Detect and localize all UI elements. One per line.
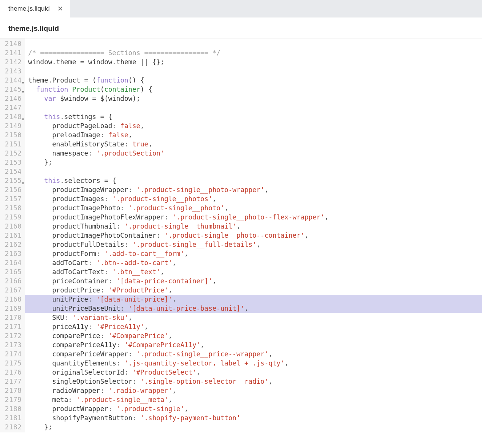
code-line[interactable]: productPageLoad: false, — [28, 121, 482, 130]
line-number: 2140 — [2, 39, 22, 48]
code-line[interactable]: productPrice: '#ProductPrice', — [28, 286, 482, 295]
code-line[interactable]: productImagePhoto: '.product-single__pho… — [28, 203, 482, 213]
code-line[interactable]: var $window = $(window); — [28, 94, 482, 103]
code-line[interactable]: addToCartText: '.btn__text', — [28, 267, 482, 276]
code-token: : — [116, 359, 121, 367]
line-number: 2142 — [2, 57, 22, 67]
code-token: , — [236, 222, 241, 230]
code-line[interactable]: productForm: '.add-to-cart__form', — [28, 249, 482, 258]
code-line[interactable]: productThumbnail: '.product-single__thum… — [28, 222, 482, 231]
code-token: addToCartText — [28, 268, 104, 276]
code-token: preloadImage — [28, 131, 100, 139]
code-line[interactable]: function Product(container) { — [28, 85, 482, 94]
fold-toggle-icon[interactable]: ▼ — [22, 87, 24, 97]
code-editor[interactable]: 21402141214221432144▼2145▼214621472148▼2… — [0, 38, 482, 432]
code-line[interactable]: productImagePhotoContainer: '.product-si… — [28, 231, 482, 240]
code-line[interactable]: productFullDetails: '.product-single__fu… — [28, 240, 482, 249]
code-line[interactable]: window.theme = window.theme || {}; — [28, 57, 482, 67]
code-token — [136, 58, 141, 66]
code-token: $window — [56, 95, 92, 102]
code-line[interactable] — [28, 103, 482, 112]
code-token: productImages — [28, 195, 104, 203]
code-token — [108, 195, 113, 203]
code-token: productPageLoad — [28, 122, 112, 130]
code-line[interactable]: unitPrice: '[data-unit-price]', — [25, 295, 482, 304]
code-line[interactable]: /* ================ Sections ===========… — [28, 48, 482, 57]
code-area[interactable]: /* ================ Sections ===========… — [25, 38, 482, 432]
code-token: }; — [28, 423, 52, 431]
code-token: : — [96, 250, 100, 257]
code-token — [112, 277, 116, 285]
code-token: () { — [128, 76, 144, 84]
code-token: , — [172, 259, 176, 267]
code-line[interactable]: comparePriceA11y: '#ComparePriceA11y', — [28, 340, 482, 350]
code-token: '.btn--add-to-cart' — [96, 259, 172, 267]
code-token: : — [88, 259, 92, 267]
line-number: 2145▼ — [2, 85, 22, 94]
code-line[interactable]: }; — [28, 423, 482, 432]
code-token: '[data-unit-price-base-unit]' — [128, 305, 244, 312]
code-line[interactable]: SKU: '.variant-sku', — [28, 313, 482, 322]
code-token: '#ComparePriceA11y' — [124, 341, 200, 349]
code-token: , — [197, 369, 201, 376]
code-line[interactable]: this.selectors = { — [28, 176, 482, 185]
code-token — [92, 295, 97, 303]
code-token: window — [28, 58, 52, 66]
page-title: theme.js.liquid — [8, 24, 59, 32]
code-token: : — [124, 241, 128, 248]
code-line[interactable]: unitPriceBaseUnit: '[data-unit-price-bas… — [25, 304, 482, 313]
code-line[interactable]: singleOptionSelector: '.single-option-se… — [28, 377, 482, 386]
code-line[interactable]: theme.Product = (function() { — [28, 76, 482, 85]
code-line[interactable]: productImageWrapper: '.product-single__p… — [28, 185, 482, 194]
code-token: priceContainer — [28, 277, 108, 285]
code-line[interactable]: comparePriceWrapper: '.product-single__p… — [28, 350, 482, 359]
code-line[interactable] — [28, 67, 482, 76]
code-line[interactable]: comparePrice: '#ComparePrice', — [28, 331, 482, 340]
code-line[interactable]: productImagePhotoFlexWrapper: '.product-… — [28, 213, 482, 222]
code-line[interactable]: preloadImage: false, — [28, 130, 482, 140]
code-line[interactable]: }; — [28, 158, 482, 167]
code-token: : — [100, 286, 105, 294]
code-line[interactable]: shopifyPaymentButton: '.shopify-payment-… — [28, 413, 482, 423]
code-token: '.product-single__photo--flex-wrapper' — [172, 213, 324, 221]
close-icon[interactable]: ✕ — [57, 5, 63, 12]
code-line[interactable]: namespace: '.productSection' — [28, 149, 482, 158]
code-token: { — [108, 177, 116, 184]
code-token: , — [184, 250, 189, 257]
code-line[interactable]: priceContainer: '[data-price-container]'… — [28, 276, 482, 286]
code-line[interactable]: priceA11y: '#PriceA11y', — [28, 322, 482, 331]
code-token: var — [44, 95, 56, 102]
code-line[interactable]: productWrapper: '.product-single', — [28, 404, 482, 413]
code-token: : — [120, 305, 124, 312]
code-token: , — [200, 341, 205, 349]
code-token: '.variant-sku' — [72, 314, 128, 321]
fold-toggle-icon[interactable]: ▼ — [22, 115, 24, 124]
code-line[interactable] — [28, 167, 482, 176]
code-line[interactable]: originalSelectorId: '#ProductSelect', — [28, 368, 482, 377]
code-line[interactable]: this.settings = { — [28, 112, 482, 121]
code-token: : — [108, 277, 113, 285]
code-token — [88, 76, 92, 84]
fold-toggle-icon[interactable]: ▼ — [22, 179, 24, 188]
code-line[interactable]: addToCart: '.btn--add-to-cart', — [28, 258, 482, 267]
line-number: 2161 — [2, 231, 22, 240]
code-token — [100, 250, 105, 257]
code-token: '#ComparePrice' — [108, 332, 168, 340]
code-token: ( — [92, 76, 97, 84]
code-line[interactable]: radioWrapper: '.radio-wrapper', — [28, 386, 482, 395]
code-token — [92, 259, 97, 267]
code-token: : — [128, 350, 132, 358]
code-line[interactable]: enableHistoryState: true, — [28, 140, 482, 149]
code-line[interactable]: productImages: '.product-single__photos'… — [28, 194, 482, 203]
code-line[interactable]: quantityElements: '.js-quantity-selector… — [28, 359, 482, 368]
fold-toggle-icon[interactable]: ▼ — [22, 78, 24, 87]
code-token: productWrapper — [28, 405, 108, 413]
code-token: '#PriceA11y' — [96, 323, 144, 330]
code-line[interactable] — [28, 39, 482, 48]
code-line[interactable]: meta: '.product-single__meta', — [28, 395, 482, 404]
code-token: singleOptionSelector — [28, 378, 132, 385]
file-tab[interactable]: theme.js.liquid ✕ — [0, 0, 70, 17]
code-token: theme — [116, 58, 136, 66]
code-token: '.productSection' — [96, 149, 164, 157]
code-token: comparePrice — [28, 332, 100, 340]
